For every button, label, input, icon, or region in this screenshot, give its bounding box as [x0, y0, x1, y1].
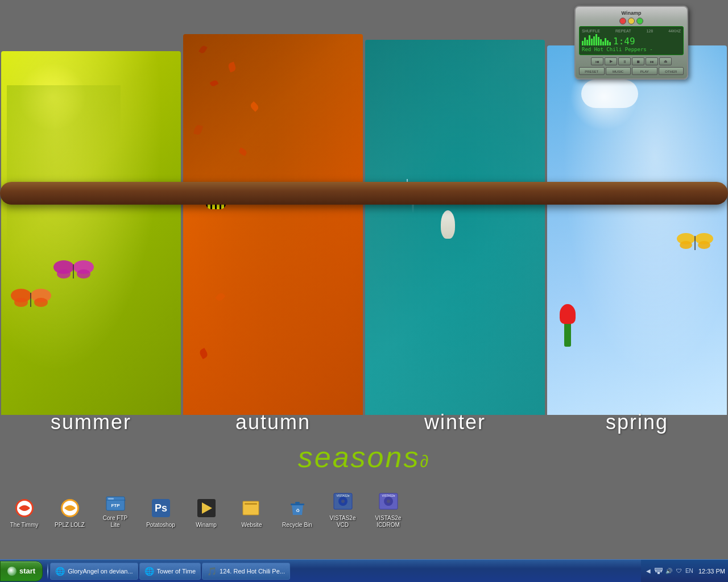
summer-label: summer [0, 410, 182, 434]
tower-taskbar-icon: 🌐 [144, 567, 154, 576]
winamp-track: Red Hot Chili Peppers - [582, 47, 681, 52]
winamp-music-btn[interactable]: MUSIC [606, 67, 631, 75]
winamp-min-btn[interactable] [628, 18, 635, 24]
winamp-close-btn[interactable] [619, 18, 626, 24]
recycle-bin-icon: ♻ [286, 497, 309, 519]
svg-point-41 [387, 500, 390, 503]
butterfly-yellow-spring [676, 225, 715, 256]
svg-point-11 [680, 241, 692, 249]
desktop-icon-website[interactable]: Website [233, 494, 270, 531]
spring-label: spring [546, 410, 728, 434]
winamp-other-btn[interactable]: OTHER [659, 67, 684, 75]
seasons-logo: seasons∂ [298, 440, 431, 474]
tray-volume-icon[interactable]: 🔊 [664, 567, 673, 576]
winamp-pause-btn[interactable]: ⏸ [618, 57, 631, 65]
winamp-play-btn[interactable]: ▶ [605, 57, 617, 65]
system-tray: ◀ 🔊 🛡 EN 12:33 PM [641, 560, 728, 582]
vistas2e-icdrom-label: VISTAS2e ICDROM [372, 515, 404, 529]
autumn-label: autumn [182, 410, 364, 434]
summer-panel [1, 51, 181, 415]
website-label: Website [242, 522, 262, 529]
svg-rect-31 [295, 502, 300, 504]
tray-network-icon[interactable] [654, 567, 663, 576]
coreftp-label: Core FTP Lite [99, 515, 131, 529]
winamp-preset-btn[interactable]: PRESET [579, 67, 605, 75]
spring-panel [547, 45, 727, 415]
svg-text:VISTAS2e: VISTAS2e [336, 494, 349, 497]
rhcp-taskbar-label: 124. Red Hot Chili Pe... [220, 568, 285, 575]
winamp-mode-row: SHUFFLE REPEAT 128 44KHZ [582, 29, 681, 33]
svg-point-36 [341, 500, 345, 503]
taskbar-item-rhcp[interactable]: 🎵 124. Red Hot Chili Pe... [202, 563, 290, 580]
svg-rect-45 [655, 568, 663, 570]
winamp-title: Winamp [579, 10, 684, 16]
desktop-icon-winamp[interactable]: Winamp [188, 494, 225, 531]
taskbar-item-tower[interactable]: 🌐 Tower of Time [139, 563, 201, 580]
winamp-stop-btn[interactable]: ⏹ [632, 57, 644, 65]
desktop-icons-row: The Timmy PPLZ LOLZ FTP [0, 488, 412, 531]
winamp-widget: Winamp SHUFFLE REPEAT 128 44KHZ [574, 6, 688, 80]
winamp-next-btn[interactable]: ⏭ [646, 57, 658, 65]
svg-point-13 [698, 241, 710, 249]
desktop-icon-pplz[interactable]: PPLZ LOLZ [51, 494, 88, 531]
website-icon [241, 497, 263, 519]
pplz-label: PPLZ LOLZ [55, 522, 85, 529]
winamp-open-btn[interactable]: ⏏ [659, 57, 672, 65]
svg-text:VISTAS2e: VISTAS2e [382, 494, 395, 497]
main-branch [0, 182, 728, 205]
tray-security-icon[interactable]: 🛡 [675, 567, 684, 576]
desktop-icon-potatoshop[interactable]: Ps Potatoshop [142, 494, 179, 531]
autumn-panel [183, 34, 363, 415]
svg-rect-30 [291, 504, 304, 505]
winamp-bottom-controls: PRESET MUSIC PLAY OTHER [579, 67, 684, 75]
desktop-icon-the-timmy[interactable]: The Timmy [6, 494, 43, 531]
taskbar: start 🌐 GloryAngel on devian... 🌐 Tower … [0, 559, 728, 582]
tray-arrow-icon[interactable]: ◀ [644, 567, 653, 576]
svg-point-3 [34, 298, 48, 307]
start-orb-icon [7, 567, 16, 576]
vistas2e-vcd-label: VISTAS2e VCD [326, 515, 359, 529]
desktop-icon-recycle[interactable]: ♻ Recycle Bin [279, 494, 316, 531]
rhcp-taskbar-icon: 🎵 [207, 567, 217, 576]
svg-text:Ps: Ps [154, 502, 167, 514]
winamp-prev-btn[interactable]: ⏮ [591, 57, 603, 65]
tray-lang-icon[interactable]: EN [685, 567, 694, 576]
desktop-icon-coreftp[interactable]: FTP Core FTP Lite [97, 488, 134, 531]
desktop: summer autumn winter spring seasons∂ The… [0, 0, 728, 559]
taskbar-items: 🌐 GloryAngel on devian... 🌐 Tower of Tim… [50, 563, 641, 580]
potatoshop-icon: Ps [150, 497, 172, 519]
tray-icons: ◀ 🔊 🛡 EN [644, 567, 694, 576]
svg-point-6 [57, 269, 71, 278]
quicklaunch-divider [47, 563, 48, 579]
start-label: start [19, 567, 35, 575]
svg-point-8 [77, 269, 90, 278]
desktop-icon-vistas2e-vcd[interactable]: VISTAS2e VISTAS2e VCD [324, 488, 361, 531]
vistas2e-icdrom-icon: VISTAS2e [377, 490, 400, 513]
taskbar-item-gloryang[interactable]: 🌐 GloryAngel on devian... [50, 563, 138, 580]
svg-text:♻: ♻ [295, 508, 299, 513]
winter-panel [365, 40, 545, 415]
vistas2e-vcd-icon: VISTAS2e [332, 490, 354, 513]
winamp-time: 1:49 [613, 36, 635, 47]
seasons-labels: summer autumn winter spring [0, 410, 728, 434]
winamp-play-mode-btn[interactable]: PLAY [632, 67, 657, 75]
tray-clock[interactable]: 12:33 PM [696, 568, 725, 575]
the-timmy-icon [13, 497, 36, 519]
winamp-display: SHUFFLE REPEAT 128 44KHZ [579, 26, 684, 55]
tower-taskbar-label: Tower of Time [157, 568, 196, 575]
winamp-max-btn[interactable] [636, 18, 643, 24]
recycle-label: Recycle Bin [282, 522, 312, 529]
start-button[interactable]: start [0, 561, 43, 581]
butterfly-orange [10, 278, 55, 313]
winamp-playback-controls: ⏮ ▶ ⏸ ⏹ ⏭ ⏏ [579, 57, 684, 65]
winamp-spectrum [582, 34, 611, 45]
pplz-icon [59, 497, 81, 519]
desktop-icon-vistas2e-icdrom[interactable]: VISTAS2e VISTAS2e ICDROM [370, 488, 407, 531]
coreftp-icon: FTP [104, 490, 127, 513]
svg-text:FTP: FTP [111, 503, 120, 508]
svg-point-1 [14, 298, 28, 307]
winamp-desktop-icon [195, 497, 218, 519]
gloryang-taskbar-icon: 🌐 [55, 567, 65, 576]
winamp-window-controls [579, 18, 684, 24]
the-timmy-label: The Timmy [10, 522, 38, 529]
